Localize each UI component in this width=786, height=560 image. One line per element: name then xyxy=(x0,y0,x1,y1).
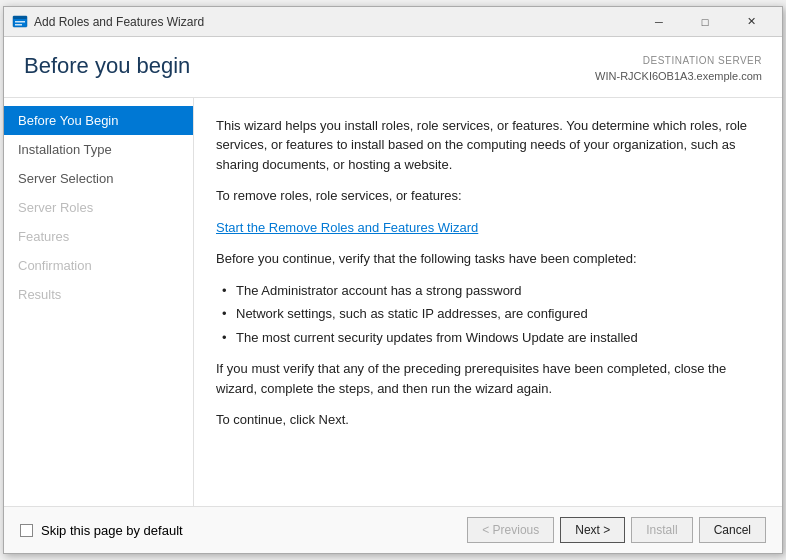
sidebar-item-confirmation: Confirmation xyxy=(4,251,193,280)
cancel-button[interactable]: Cancel xyxy=(699,517,766,543)
footer-buttons: < Previous Next > Install Cancel xyxy=(467,517,766,543)
remove-label: To remove roles, role services, or featu… xyxy=(216,186,760,206)
sidebar-item-features: Features xyxy=(4,222,193,251)
sidebar-item-installation-type[interactable]: Installation Type xyxy=(4,135,193,164)
titlebar-title: Add Roles and Features Wizard xyxy=(34,15,636,29)
svg-rect-3 xyxy=(15,24,22,26)
footer: Skip this page by default < Previous Nex… xyxy=(4,506,782,553)
server-info: DESTINATION SERVER WIN-RJCKI6OB1A3.exemp… xyxy=(595,53,762,85)
if-text: If you must verify that any of the prece… xyxy=(216,359,760,398)
server-name: WIN-RJCKI6OB1A3.exemple.com xyxy=(595,68,762,85)
wizard-window: Add Roles and Features Wizard ─ □ ✕ Befo… xyxy=(3,6,783,554)
sidebar-item-server-selection[interactable]: Server Selection xyxy=(4,164,193,193)
main-content: This wizard helps you install roles, rol… xyxy=(194,98,782,507)
intro-paragraph: This wizard helps you install roles, rol… xyxy=(216,116,760,175)
content-area: Before You BeginInstallation TypeServer … xyxy=(4,98,782,507)
header: Before you begin DESTINATION SERVER WIN-… xyxy=(4,37,782,98)
titlebar-icon xyxy=(12,14,28,30)
prerequisites-list: The Administrator account has a strong p… xyxy=(226,281,760,348)
previous-button[interactable]: < Previous xyxy=(467,517,554,543)
list-item: Network settings, such as static IP addr… xyxy=(226,304,760,324)
list-item: The most current security updates from W… xyxy=(226,328,760,348)
sidebar-item-server-roles: Server Roles xyxy=(4,193,193,222)
list-item: The Administrator account has a strong p… xyxy=(226,281,760,301)
maximize-button[interactable]: □ xyxy=(682,7,728,37)
titlebar: Add Roles and Features Wizard ─ □ ✕ xyxy=(4,7,782,37)
close-button[interactable]: ✕ xyxy=(728,7,774,37)
install-button[interactable]: Install xyxy=(631,517,692,543)
verify-label: Before you continue, verify that the fol… xyxy=(216,249,760,269)
svg-rect-2 xyxy=(15,21,25,23)
footer-left: Skip this page by default xyxy=(20,523,467,538)
svg-rect-1 xyxy=(13,16,27,19)
skip-checkbox[interactable] xyxy=(20,524,33,537)
next-button[interactable]: Next > xyxy=(560,517,625,543)
remove-wizard-link[interactable]: Start the Remove Roles and Features Wiza… xyxy=(216,220,478,235)
sidebar-item-before-you-begin[interactable]: Before You Begin xyxy=(4,106,193,135)
minimize-button[interactable]: ─ xyxy=(636,7,682,37)
sidebar-item-results: Results xyxy=(4,280,193,309)
skip-label: Skip this page by default xyxy=(41,523,183,538)
continue-text: To continue, click Next. xyxy=(216,410,760,430)
sidebar: Before You BeginInstallation TypeServer … xyxy=(4,98,194,507)
page-title: Before you begin xyxy=(24,53,190,79)
titlebar-buttons: ─ □ ✕ xyxy=(636,7,774,37)
server-label: DESTINATION SERVER xyxy=(595,53,762,68)
